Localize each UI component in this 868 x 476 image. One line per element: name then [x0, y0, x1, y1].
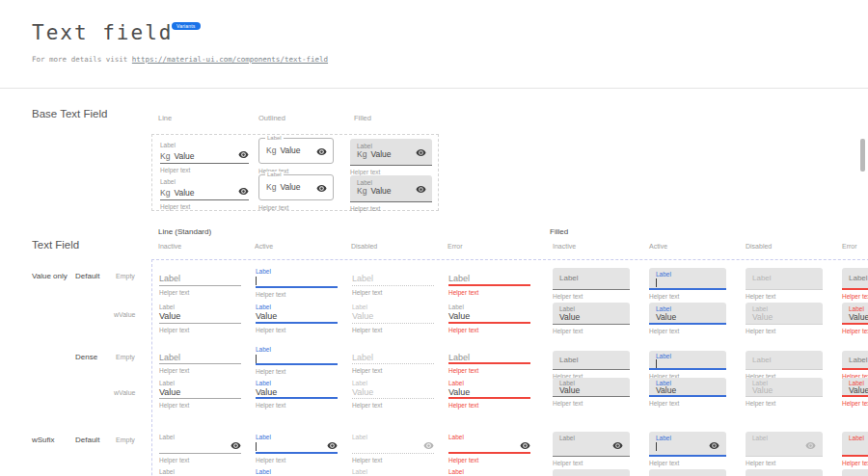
row-wvalue: wValue — [114, 389, 135, 396]
textfield-filled-inactive-wsufix-wvalue[interactable] — [553, 469, 630, 476]
field-outline: LabelKgValue — [258, 138, 334, 164]
field-label: Label — [448, 304, 530, 311]
base-textfield-filled[interactable]: LabelKgValue Helper text — [350, 175, 432, 212]
visibility-icon[interactable] — [709, 440, 719, 451]
base-textfield-line[interactable]: Label KgValue Helper text — [160, 142, 249, 173]
visibility-icon[interactable] — [231, 440, 241, 451]
field-input — [256, 354, 338, 363]
textfield-filled-active-wsufix-wvalue[interactable] — [649, 469, 726, 476]
field-value: Value — [656, 386, 719, 396]
field-box: LabelValue — [553, 378, 630, 397]
field-value: Value — [256, 387, 338, 397]
field-label: Label — [849, 432, 868, 442]
helper-text: Helper text — [649, 460, 726, 466]
textfield-line-inactive-wvalue[interactable]: Label Value Helper text — [159, 304, 241, 333]
textfield-line-active-wsufix-wvalue[interactable]: Label — [256, 468, 338, 476]
helper-text: Helper text — [160, 203, 249, 210]
textfield-line-inactive-wsufix-wvalue[interactable]: Label — [159, 468, 241, 476]
textfield-line-active-dense-empty[interactable]: Label Helper text — [256, 346, 338, 375]
textfield-line-error-dense-empty[interactable]: Label Helper text — [448, 353, 530, 374]
field-box: Label — [649, 268, 726, 290]
visibility-icon[interactable] — [316, 146, 327, 157]
helper-text: Helper text — [448, 289, 530, 296]
base-textfield-outlined[interactable]: LabelKgValue Helper text — [258, 174, 334, 211]
field-label: Label — [352, 274, 434, 284]
textfield-filled-inactive-wvalue[interactable]: LabelValue Helper text — [553, 303, 630, 334]
textfield-line-active-dense-wvalue[interactable]: Label Value Helper text — [256, 380, 338, 409]
field-outline: LabelKgValue — [258, 174, 334, 200]
visibility-icon[interactable] — [416, 147, 426, 158]
field-value: Value — [752, 313, 816, 323]
visibility-icon[interactable] — [612, 440, 623, 451]
field-label: Label — [448, 434, 530, 441]
visibility-icon[interactable] — [316, 183, 327, 194]
textfield-line-active-wsufix[interactable]: Label Helper text — [256, 434, 338, 463]
helper-text: Helper text — [746, 328, 823, 334]
textfield-line-error-wsufix-wvalue[interactable]: Label — [448, 468, 530, 476]
field-box: Label — [553, 351, 630, 370]
row-wsufix: wSufix — [32, 436, 55, 444]
field-value: Value — [370, 186, 391, 196]
helper-text: Helper text — [649, 400, 726, 407]
visibility-icon[interactable] — [327, 440, 338, 451]
textfield-line-error-dense-wvalue[interactable]: Label Value Helper text — [448, 380, 530, 409]
base-textfield-filled[interactable]: LabelKgValue Helper text — [350, 139, 432, 175]
field-label: Label — [256, 346, 338, 354]
textfield-filled-inactive-wsufix[interactable]: Label Helper text — [553, 432, 630, 466]
textfield-filled-error-dense-wvalue[interactable]: LabelValue Helper text — [842, 378, 868, 407]
field-value: Value — [849, 386, 868, 396]
textfield-filled-disabled-empty: Label Helper text — [746, 268, 823, 300]
visibility-icon[interactable] — [520, 440, 530, 451]
field-box: Label — [746, 432, 823, 457]
visibility-icon[interactable] — [238, 149, 249, 160]
field-input — [656, 278, 719, 288]
textfield-line-active-empty[interactable]: Label Helper text — [256, 268, 338, 298]
field-box: Label — [842, 432, 868, 457]
textfield-filled-error-empty[interactable]: Label Helper text — [842, 268, 868, 300]
base-textfield-line[interactable]: Label KgValue Helper text — [160, 178, 249, 210]
textfield-line-inactive-dense-wvalue[interactable]: Label Value Helper text — [159, 380, 241, 409]
helper-text: Helper text — [746, 293, 823, 300]
textfield-line-inactive-dense-empty[interactable]: Label Helper text — [159, 353, 241, 374]
textfield-filled-error-wvalue[interactable]: LabelValue Helper text — [842, 303, 868, 334]
state-disabled: Disabled — [746, 243, 772, 250]
textfield-line-error-empty[interactable]: Label Helper text — [448, 274, 530, 296]
field-label: Label — [352, 353, 434, 362]
row-wvalue: wValue — [114, 311, 135, 318]
field-underline — [448, 362, 530, 364]
textfield-filled-active-dense-empty[interactable]: Label Helper text — [649, 351, 726, 380]
textfield-line-error-wvalue[interactable]: Label Value Helper text — [448, 304, 530, 333]
textfield-filled-inactive-dense-wvalue[interactable]: LabelValue Helper text — [553, 378, 630, 407]
docs-link[interactable]: https://material-ui.com/components/text-… — [132, 55, 328, 64]
visibility-icon[interactable] — [238, 186, 249, 197]
vertical-scrollbar[interactable] — [860, 139, 865, 172]
field-box: Label — [649, 351, 726, 370]
field-input: KgValue — [160, 187, 249, 199]
textfield-filled-inactive-empty[interactable]: Label Helper text — [553, 268, 630, 300]
field-underline — [256, 322, 338, 324]
base-col-filled: Filled — [354, 114, 371, 122]
textfield-filled-error-wsufix[interactable]: Label Helper text — [842, 432, 868, 466]
textfield-line-inactive-wsufix[interactable]: Label Helper text — [159, 434, 241, 463]
field-value: Value — [352, 387, 434, 397]
state-inactive: Inactive — [158, 243, 181, 250]
helper-text: Helper text — [352, 327, 434, 333]
field-label: Label — [448, 274, 530, 284]
row-default: Default — [75, 436, 99, 444]
helper-text: Helper text — [842, 328, 868, 334]
textfield-filled-active-dense-wvalue[interactable]: LabelValue Helper text — [649, 378, 726, 407]
textfield-filled-error-dense-empty[interactable]: Label Helper text — [842, 351, 868, 380]
helper-text: Helper text — [448, 327, 530, 333]
textfield-filled-active-empty[interactable]: Label Helper text — [649, 268, 726, 300]
visibility-icon — [423, 440, 434, 451]
visibility-icon[interactable] — [416, 184, 426, 195]
textfield-line-inactive-empty[interactable]: Label Helper text — [159, 274, 241, 296]
base-textfield-outlined[interactable]: LabelKgValue Helper text — [258, 138, 334, 174]
textfield-line-disabled-wsufix-wvalue: Label — [352, 468, 434, 476]
textfield-filled-active-wvalue[interactable]: LabelValue Helper text — [649, 303, 726, 334]
textfield-filled-active-wsufix[interactable]: Label Helper text — [649, 432, 726, 466]
textfield-filled-inactive-dense-empty[interactable]: Label Helper text — [553, 351, 630, 380]
textfield-line-active-wvalue[interactable]: Label Value Helper text — [256, 304, 338, 333]
textfield-filled-error-wsufix-wvalue[interactable] — [842, 469, 868, 476]
textfield-line-error-wsufix[interactable]: Label Helper text — [448, 434, 530, 463]
